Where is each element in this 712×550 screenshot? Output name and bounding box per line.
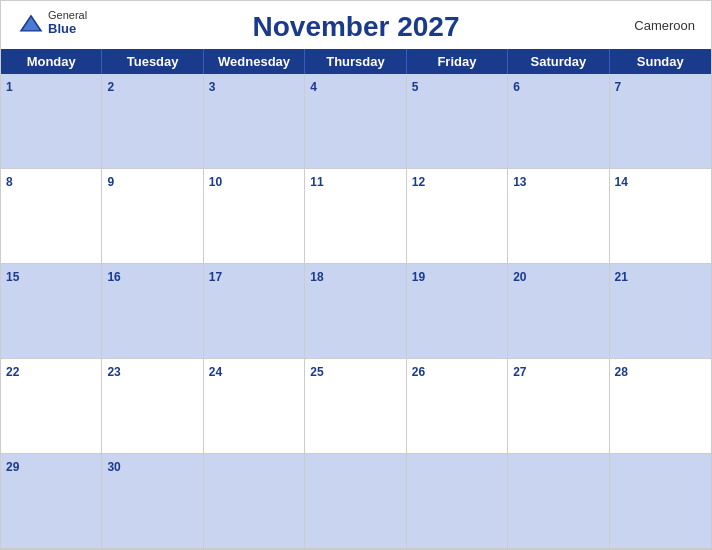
logo-general-text: General	[48, 9, 87, 21]
cell-7: 7	[610, 74, 711, 169]
logo-area: General Blue	[17, 9, 87, 36]
cell-empty-2	[305, 454, 406, 549]
calendar-body: 1 2 3 4 5 6 7 8 9 10 11 12 13 14 15 16 1…	[1, 74, 711, 549]
cell-12: 12	[407, 169, 508, 264]
calendar-title: November 2027	[252, 11, 459, 43]
cell-18: 18	[305, 264, 406, 359]
cell-20: 20	[508, 264, 609, 359]
week-row-3: 15 16 17 18 19 20 21	[1, 264, 711, 359]
cell-30: 30	[102, 454, 203, 549]
cell-26: 26	[407, 359, 508, 454]
calendar-container: General Blue November 2027 Cameroon Mond…	[0, 0, 712, 550]
days-header: Monday Tuesday Wednesday Thursday Friday…	[1, 49, 711, 74]
cell-empty-4	[508, 454, 609, 549]
calendar-header: General Blue November 2027 Cameroon	[1, 1, 711, 49]
header-tuesday: Tuesday	[102, 49, 203, 74]
cell-4: 4	[305, 74, 406, 169]
cell-24: 24	[204, 359, 305, 454]
cell-15: 15	[1, 264, 102, 359]
cell-19: 19	[407, 264, 508, 359]
cell-22: 22	[1, 359, 102, 454]
cell-23: 23	[102, 359, 203, 454]
header-sunday: Sunday	[610, 49, 711, 74]
cell-27: 27	[508, 359, 609, 454]
cell-17: 17	[204, 264, 305, 359]
week-row-1: 1 2 3 4 5 6 7	[1, 74, 711, 169]
cell-13: 13	[508, 169, 609, 264]
cell-empty-1	[204, 454, 305, 549]
cell-10: 10	[204, 169, 305, 264]
cell-14: 14	[610, 169, 711, 264]
cell-empty-3	[407, 454, 508, 549]
cell-16: 16	[102, 264, 203, 359]
header-friday: Friday	[407, 49, 508, 74]
cell-28: 28	[610, 359, 711, 454]
cell-8: 8	[1, 169, 102, 264]
cell-21: 21	[610, 264, 711, 359]
cell-25: 25	[305, 359, 406, 454]
week-row-2: 8 9 10 11 12 13 14	[1, 169, 711, 264]
cell-3: 3	[204, 74, 305, 169]
cell-5: 5	[407, 74, 508, 169]
header-monday: Monday	[1, 49, 102, 74]
week-row-4: 22 23 24 25 26 27 28	[1, 359, 711, 454]
cell-empty-5	[610, 454, 711, 549]
logo-icon	[17, 13, 45, 33]
cell-2: 2	[102, 74, 203, 169]
cell-6: 6	[508, 74, 609, 169]
week-row-5: 29 30	[1, 454, 711, 549]
logo-blue-text: Blue	[48, 21, 76, 36]
header-wednesday: Wednesday	[204, 49, 305, 74]
cell-29: 29	[1, 454, 102, 549]
cell-9: 9	[102, 169, 203, 264]
cell-1: 1	[1, 74, 102, 169]
country-label: Cameroon	[634, 18, 695, 33]
header-thursday: Thursday	[305, 49, 406, 74]
cell-11: 11	[305, 169, 406, 264]
header-saturday: Saturday	[508, 49, 609, 74]
